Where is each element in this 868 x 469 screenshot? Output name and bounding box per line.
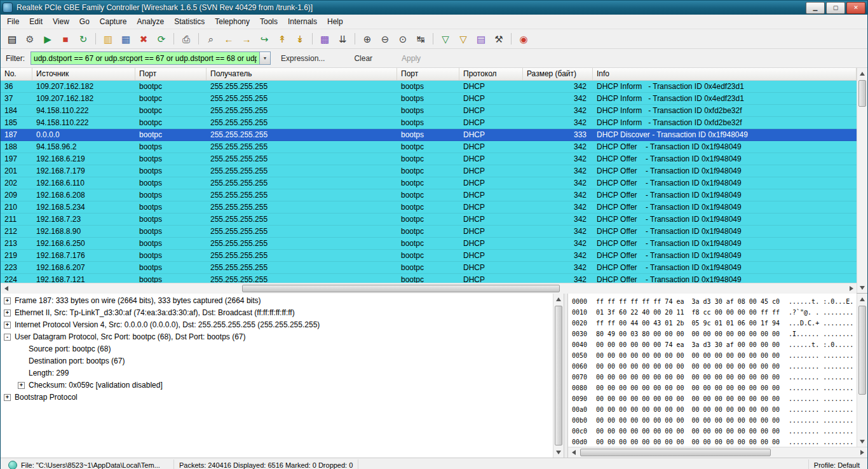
scroll-right-arrow[interactable]: [846, 283, 856, 293]
packet-row[interactable]: 187 0.0.0.0 bootpc 255.255.255.255 bootp…: [1, 129, 857, 141]
list-interfaces-icon[interactable]: ▤: [4, 31, 20, 46]
hex-row[interactable]: 0000 ff ff ff ff ff ff 74 ea 3a d3 30 af…: [572, 296, 857, 307]
detail-row[interactable]: + Checksum: 0x059c [validation disabled]: [1, 379, 553, 391]
expander-icon[interactable]: +: [4, 297, 11, 304]
reload-icon[interactable]: ⟳: [153, 31, 170, 46]
packet-list-hscrollbar[interactable]: [1, 283, 857, 294]
hscroll-thumb[interactable]: [242, 285, 560, 292]
go-top-icon[interactable]: ↟: [274, 31, 290, 46]
hex-row[interactable]: 00a0 00 00 00 00 00 00 00 00 00 00 00 00…: [572, 404, 857, 415]
menu-edit[interactable]: Edit: [24, 15, 48, 28]
hex-row[interactable]: 00b0 00 00 00 00 00 00 00 00 00 00 00 00…: [572, 415, 857, 426]
expression-button[interactable]: Expression...: [281, 54, 325, 63]
autoscroll-icon[interactable]: ⇊: [334, 31, 351, 46]
detail-row[interactable]: + Frame 187: 333 bytes on wire (2664 bit…: [1, 295, 553, 307]
detail-row[interactable]: + Internet Protocol Version 4, Src: 0.0.…: [1, 319, 553, 331]
detail-row[interactable]: - User Datagram Protocol, Src Port: boot…: [1, 331, 553, 343]
packet-row[interactable]: 209 192.168.6.208 bootps 255.255.255.255…: [1, 189, 857, 201]
scroll-up-arrow[interactable]: [857, 69, 867, 78]
col-source[interactable]: Источник: [32, 68, 135, 80]
detail-row[interactable]: Destination port: bootps (67): [1, 355, 553, 367]
scroll-up-arrow[interactable]: [857, 294, 867, 304]
apply-button[interactable]: Apply: [402, 54, 421, 63]
col-src-port[interactable]: Порт: [135, 68, 207, 80]
pane-splitter[interactable]: [564, 294, 568, 458]
detail-row[interactable]: + Bootstrap Protocol: [1, 391, 553, 404]
scroll-left-arrow[interactable]: [569, 447, 578, 457]
restart-capture-icon[interactable]: ↻: [75, 31, 92, 46]
menu-go[interactable]: Go: [74, 15, 95, 28]
packet-row[interactable]: 224 192.168.7.121 bootps 255.255.255.255…: [1, 274, 857, 283]
col-dst-port[interactable]: Порт: [397, 68, 459, 80]
hex-row[interactable]: 0070 00 00 00 00 00 00 00 00 00 00 00 00…: [572, 372, 857, 383]
open-file-icon[interactable]: ▥: [100, 31, 116, 46]
menu-internals[interactable]: Internals: [283, 15, 322, 28]
hex-row[interactable]: 0050 00 00 00 00 00 00 00 00 00 00 00 00…: [572, 350, 857, 361]
scroll-right-arrow[interactable]: [857, 447, 867, 457]
hex-row[interactable]: 00d0 00 00 00 00 00 00 00 00 00 00 00 00…: [572, 437, 857, 447]
stop-capture-icon[interactable]: ■: [57, 31, 74, 46]
detail-row[interactable]: Source port: bootpc (68): [1, 343, 553, 355]
go-forward-icon[interactable]: →: [238, 31, 255, 46]
preferences-icon[interactable]: ⚒: [491, 31, 507, 46]
expert-info-icon[interactable]: [8, 461, 17, 469]
packet-row[interactable]: 213 192.168.6.250 bootps 255.255.255.255…: [1, 238, 857, 250]
capture-filters-icon[interactable]: ▽: [437, 31, 454, 46]
zoom-out-icon[interactable]: ⊖: [377, 31, 393, 46]
packet-row[interactable]: 36 109.207.162.182 bootpc 255.255.255.25…: [1, 81, 857, 93]
menu-telephony[interactable]: Telephony: [210, 15, 255, 28]
menu-tools[interactable]: Tools: [255, 15, 283, 28]
minimize-button[interactable]: ▁: [806, 2, 825, 14]
menu-help[interactable]: Help: [322, 15, 348, 28]
menu-capture[interactable]: Capture: [95, 15, 132, 28]
go-bottom-icon[interactable]: ↡: [292, 31, 308, 46]
filter-input[interactable]: [31, 51, 259, 65]
expander-icon[interactable]: +: [18, 382, 25, 389]
hex-row[interactable]: 0080 00 00 00 00 00 00 00 00 00 00 00 00…: [572, 383, 857, 393]
scroll-left-arrow[interactable]: [1, 283, 11, 293]
close-button[interactable]: ✕: [846, 2, 865, 14]
hex-row[interactable]: 0010 01 3f 60 22 40 00 20 11 f8 cc 00 00…: [572, 307, 857, 318]
menu-view[interactable]: View: [48, 15, 74, 28]
packet-row[interactable]: 223 192.168.6.207 bootps 255.255.255.255…: [1, 262, 857, 274]
clear-button[interactable]: Clear: [354, 54, 372, 63]
packet-row[interactable]: 197 192.168.6.219 bootps 255.255.255.255…: [1, 153, 857, 165]
scroll-down-arrow[interactable]: [857, 437, 867, 446]
find-packet-icon[interactable]: ⌕: [203, 31, 219, 46]
colorize-icon[interactable]: ▩: [316, 31, 333, 46]
hex-hscrollbar[interactable]: [568, 447, 867, 458]
hex-row[interactable]: 0020 ff ff 00 44 00 43 01 2b 05 9c 01 01…: [572, 318, 857, 329]
scroll-down-arrow[interactable]: [553, 447, 563, 457]
goto-packet-icon[interactable]: ↪: [256, 31, 273, 46]
help-icon[interactable]: ◉: [515, 31, 532, 46]
packet-row[interactable]: 184 94.158.110.222 bootpc 255.255.255.25…: [1, 105, 857, 117]
detail-row[interactable]: Length: 299: [1, 367, 553, 379]
resize-columns-icon[interactable]: ↹: [412, 31, 429, 46]
start-capture-icon[interactable]: ▶: [39, 31, 56, 46]
col-info[interactable]: Info: [593, 68, 857, 80]
hex-row[interactable]: 0060 00 00 00 00 00 00 00 00 00 00 00 00…: [572, 361, 857, 372]
detail-row[interactable]: + Ethernet II, Src: Tp-LinkT_d3:30:af (7…: [1, 307, 553, 319]
col-protocol[interactable]: Протокол: [459, 68, 523, 80]
col-no[interactable]: No.: [1, 68, 32, 80]
filter-dropdown-button[interactable]: ▼: [259, 51, 271, 65]
expander-icon[interactable]: -: [4, 334, 11, 341]
status-profile-text[interactable]: Profile: Default: [808, 459, 865, 469]
hex-row[interactable]: 0040 00 00 00 00 00 00 74 ea 3a d3 30 af…: [572, 339, 857, 350]
expander-icon[interactable]: +: [4, 309, 11, 316]
display-filters-icon[interactable]: ▽: [455, 31, 471, 46]
packet-row[interactable]: 185 94.158.110.222 bootpc 255.255.255.25…: [1, 117, 857, 129]
maximize-button[interactable]: ▢: [826, 2, 845, 14]
menu-analyze[interactable]: Analyze: [132, 15, 170, 28]
save-file-icon[interactable]: ▦: [118, 31, 134, 46]
menu-statistics[interactable]: Statistics: [169, 15, 210, 28]
packet-row[interactable]: 202 192.168.6.110 bootps 255.255.255.255…: [1, 177, 857, 189]
packet-row[interactable]: 188 94.158.96.2 bootps 255.255.255.255 b…: [1, 141, 857, 153]
close-file-icon[interactable]: ✖: [135, 31, 152, 46]
scroll-down-arrow[interactable]: [857, 283, 867, 292]
col-destination[interactable]: Получатель: [207, 68, 397, 80]
packet-row[interactable]: 219 192.168.7.176 bootps 255.255.255.255…: [1, 250, 857, 262]
hscroll-thumb[interactable]: [580, 449, 771, 456]
col-length[interactable]: Размер (байт): [523, 68, 593, 80]
hex-row[interactable]: 00c0 00 00 00 00 00 00 00 00 00 00 00 00…: [572, 426, 857, 437]
